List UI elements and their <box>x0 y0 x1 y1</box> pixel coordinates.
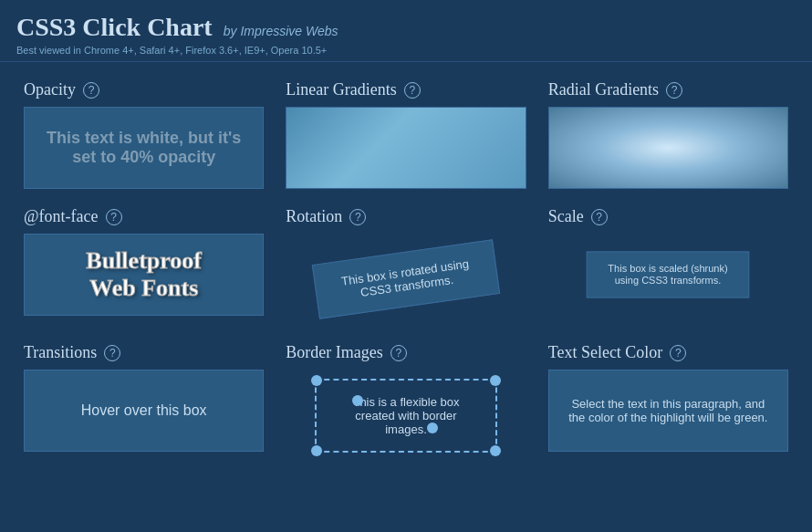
text-select-help[interactable]: ? <box>670 345 686 361</box>
transitions-title: Transitions ? <box>24 343 264 362</box>
border-images-demo-outer: This is a flexible box created with bord… <box>286 370 526 462</box>
fontface-title: @font-face ? <box>24 207 264 226</box>
linear-gradient-demo <box>286 107 526 189</box>
scale-cell: Scale ? This box is scaled (shrunk) usin… <box>537 198 799 334</box>
corner-dot-br <box>490 445 501 456</box>
scale-demo-outer: This box is scaled (shrunk) using CSS3 t… <box>548 234 788 316</box>
corner-dot-bl <box>311 445 322 456</box>
text-select-title: Text Select Color ? <box>548 343 788 362</box>
fontface-demo: BulletproofWeb Fonts <box>24 234 264 316</box>
text-select-cell: Text Select Color ? Select the text in t… <box>537 334 799 471</box>
rotation-cell: Rotation ? This box is rotated using CSS… <box>275 198 536 334</box>
scale-help[interactable]: ? <box>591 209 608 225</box>
opacity-demo: This text is white, but it's set to 40% … <box>24 107 264 189</box>
transitions-demo[interactable]: Hover over this box <box>24 370 264 452</box>
text-select-demo: Select the text in this paragraph, and t… <box>548 370 788 452</box>
border-images-title: Border Images ? <box>286 343 526 362</box>
text-select-text[interactable]: Select the text in this paragraph, and t… <box>562 397 775 424</box>
radial-gradients-cell: Radial Gradients ? <box>537 71 799 198</box>
border-images-demo: This is a flexible box created with bord… <box>315 379 497 453</box>
rotation-demo: This box is rotated using CSS3 transform… <box>312 239 500 318</box>
fontface-cell: @font-face ? BulletproofWeb Fonts <box>13 198 275 334</box>
border-images-cell: Border Images ? This is a flexible box c… <box>275 334 536 471</box>
linear-gradients-title: Linear Gradients ? <box>286 80 526 99</box>
page-title: CSS3 Click Chart <box>16 13 213 41</box>
radial-gradients-title: Radial Gradients ? <box>548 80 788 99</box>
fontface-text: BulletproofWeb Fonts <box>86 247 202 302</box>
transitions-cell: Transitions ? Hover over this box <box>13 334 275 471</box>
rotation-title: Rotation ? <box>286 207 526 226</box>
opacity-text: This text is white, but it's set to 40% … <box>34 129 254 167</box>
rotation-help[interactable]: ? <box>349 209 366 225</box>
corner-dot-tr <box>490 375 501 386</box>
opacity-title: Opacity ? <box>24 80 264 99</box>
linear-gradients-help[interactable]: ? <box>404 82 421 99</box>
radial-gradients-help[interactable]: ? <box>666 82 682 99</box>
header-note: Best viewed in Chrome 4+, Safari 4+, Fir… <box>16 45 796 56</box>
fontface-help[interactable]: ? <box>106 209 122 225</box>
opacity-cell: Opacity ? This text is white, but it's s… <box>13 71 275 198</box>
transitions-help[interactable]: ? <box>104 345 120 361</box>
demo-grid: Opacity ? This text is white, but it's s… <box>0 62 812 480</box>
border-images-text: This is a flexible box created with bord… <box>352 395 459 436</box>
page-header: CSS3 Click Chart by Impressive Webs Best… <box>0 0 812 62</box>
corner-dot-tl <box>311 375 322 386</box>
page-subtitle: by Impressive Webs <box>224 24 338 38</box>
radial-gradient-demo <box>548 107 788 189</box>
scale-demo: This box is scaled (shrunk) using CSS3 t… <box>587 252 750 298</box>
scale-title: Scale ? <box>548 207 788 226</box>
opacity-help[interactable]: ? <box>83 82 99 99</box>
linear-gradients-cell: Linear Gradients ? <box>275 71 536 198</box>
rotation-demo-outer: This box is rotated using CSS3 transform… <box>286 234 526 325</box>
border-images-help[interactable]: ? <box>390 345 407 361</box>
